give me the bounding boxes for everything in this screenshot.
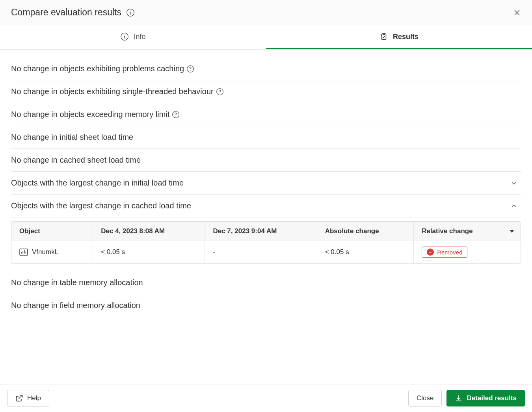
svg-marker-16 [510, 230, 514, 233]
object-name: VfnumkL [32, 248, 58, 256]
help-icon[interactable] [216, 88, 224, 96]
help-icon[interactable] [172, 111, 180, 119]
cached-load-table: Object Dec 4, 2023 8:08 AM Dec 7, 2023 9… [11, 221, 521, 264]
badge-label: Removed [437, 249, 462, 256]
col-comparison[interactable]: Dec 7, 2023 9:04 AM [205, 222, 317, 241]
clipboard-check-icon [379, 32, 388, 41]
col-relative-change[interactable]: Relative change [414, 222, 521, 241]
help-icon[interactable] [186, 65, 194, 73]
col-absolute-change[interactable]: Absolute change [317, 222, 413, 241]
section-initial-sheet-load: No change in initial sheet load time [11, 126, 521, 149]
results-content: No change in objects exhibiting problems… [0, 50, 532, 384]
col-label: Relative change [422, 227, 472, 235]
svg-point-11 [190, 70, 191, 71]
sort-desc-icon [509, 228, 515, 234]
section-label: Objects with the largest change in initi… [11, 178, 184, 187]
svg-point-15 [176, 116, 177, 117]
svg-point-7 [125, 35, 125, 35]
info-icon [120, 32, 129, 41]
table-row[interactable]: VfnumkL < 0.05 s - < 0.05 s Removed [11, 241, 521, 264]
section-label: No change in objects exhibiting single-t… [11, 87, 214, 96]
chevron-up-icon [510, 202, 518, 210]
dialog-footer: Help Close Detailed results [0, 384, 532, 412]
col-object[interactable]: Object [11, 222, 93, 241]
detailed-results-button[interactable]: Detailed results [446, 390, 525, 406]
info-icon[interactable] [126, 8, 135, 17]
tab-info[interactable]: Info [0, 25, 266, 49]
section-cached-sheet-load: No change in cached sheet load time [11, 149, 521, 172]
section-label: No change in objects exceeding memory li… [11, 110, 169, 119]
removed-badge: Removed [422, 247, 467, 258]
close-button[interactable]: Close [408, 390, 442, 406]
external-link-icon [15, 394, 23, 402]
svg-rect-17 [20, 249, 28, 255]
section-label: No change in table memory allocation [11, 278, 143, 287]
section-field-memory: No change in field memory allocation [11, 294, 521, 317]
section-cached-load-change[interactable]: Objects with the largest change in cache… [11, 195, 521, 217]
button-label: Detailed results [467, 394, 517, 402]
close-icon[interactable] [512, 7, 523, 18]
dialog-title: Compare evaluation results [11, 7, 121, 18]
svg-point-13 [219, 93, 220, 94]
cell-absolute: < 0.05 s [317, 241, 413, 264]
removed-icon [427, 249, 434, 256]
chevron-down-icon [510, 179, 518, 187]
cell-baseline: < 0.05 s [93, 241, 205, 264]
tab-label: Results [393, 33, 419, 41]
section-table-memory: No change in table memory allocation [11, 271, 521, 294]
section-label: No change in field memory allocation [11, 301, 140, 310]
col-baseline[interactable]: Dec 4, 2023 8:08 AM [93, 222, 205, 241]
button-label: Close [417, 394, 433, 402]
section-label: No change in objects exhibiting problems… [11, 64, 184, 73]
section-memory-limit: No change in objects exceeding memory li… [11, 103, 521, 126]
cell-comparison: - [205, 241, 317, 264]
download-icon [455, 394, 463, 402]
section-single-threaded: No change in objects exhibiting single-t… [11, 80, 521, 103]
table-header-row: Object Dec 4, 2023 8:08 AM Dec 7, 2023 9… [11, 222, 521, 241]
button-label: Help [27, 394, 41, 402]
section-label: No change in initial sheet load time [11, 133, 133, 142]
tab-label: Info [134, 33, 145, 41]
svg-line-23 [19, 395, 22, 399]
section-caching: No change in objects exhibiting problems… [11, 58, 521, 80]
svg-point-2 [130, 11, 131, 11]
tab-results[interactable]: Results [266, 25, 532, 49]
section-label: Objects with the largest change in cache… [11, 201, 191, 210]
dialog-header: Compare evaluation results [0, 0, 532, 25]
help-button[interactable]: Help [7, 390, 49, 406]
section-label: No change in cached sheet load time [11, 156, 141, 165]
section-initial-load-change[interactable]: Objects with the largest change in initi… [11, 172, 521, 195]
tab-bar: Info Results [0, 25, 532, 50]
barchart-icon [19, 249, 28, 256]
